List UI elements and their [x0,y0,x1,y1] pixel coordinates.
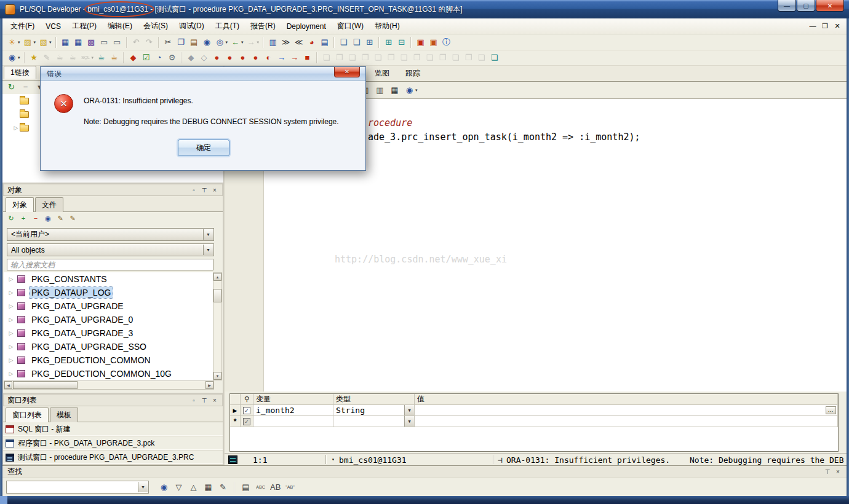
halt-button[interactable]: ■ [301,51,314,65]
menu-item[interactable]: 调试(D) [173,18,210,34]
maximize-button[interactable]: ▢ [797,0,815,12]
pin-icon[interactable]: ⊤ [201,187,208,194]
tree-item[interactable]: ▷ PKG_DATA_UPGRADE_3 [4,326,214,340]
win10-button[interactable]: ❐ [436,51,449,65]
open-button[interactable]: ▨ ▾ [22,36,38,49]
scroll-left-button[interactable]: ◀ [4,381,12,389]
profile-button[interactable]: ◔ [153,51,165,65]
tree-item[interactable]: ▷ PKG_CONSTANTS [4,272,214,286]
whole-word-button[interactable]: ABC [254,481,267,494]
menu-item[interactable]: 会话(S) [138,18,173,34]
tree-item[interactable]: ▷ PKG_DATA_UPGRADE_0 [4,313,214,326]
tile-button[interactable]: ⊞ [382,36,395,49]
save-all-button[interactable]: ▩ [85,36,98,49]
close-icon[interactable]: × [211,397,218,404]
collapse-button[interactable]: − [19,81,32,94]
back-button[interactable]: ← ▾ [229,36,245,49]
execute-button[interactable]: ☕ [95,51,108,65]
tree-item[interactable]: ▷ PKG_DATA_UPGRADE [4,299,214,313]
filter-user-button[interactable]: ✎ [67,211,78,225]
menu-item[interactable]: 编辑(E) [102,18,138,34]
undo-button[interactable]: ↶ [130,36,143,49]
menu-item[interactable]: VCS [40,20,66,33]
zoom-button[interactable]: ◉ ▾ [6,51,22,65]
window-list-item[interactable]: SQL 窗口 - 新建 [3,422,223,436]
menu-item[interactable]: 窗口(W) [332,18,369,34]
doc-button[interactable]: ▤ [318,36,331,49]
chevron-down-icon[interactable]: ▾ [332,457,335,462]
vertical-scrollbar[interactable]: ▲ ▼ [213,272,222,380]
ok-button[interactable]: 确定 [178,140,229,156]
expand-arrow-icon[interactable]: ▷ [12,125,20,131]
menu-item[interactable]: 工具(T) [210,18,245,34]
debug-run-button[interactable]: ● [210,51,223,65]
window-list-item[interactable]: 测试窗口 - procedure PKG_DATA_UPGRADE_3.PRC [3,451,223,465]
win12-button[interactable]: ❐ [462,51,475,65]
mark-all-button[interactable]: ▦ [202,481,215,494]
describe-button[interactable]: ▥ [266,36,279,49]
tree-item[interactable]: ▷ PKG_DATA_UPGRADE_SSO [4,340,214,353]
cascade-button[interactable]: ⊟ [395,36,408,49]
variable-type-cell[interactable]: ▼ [333,416,415,427]
menu-item[interactable]: 帮助(H) [369,18,405,34]
find-prev-button[interactable]: ▽ [172,481,185,494]
output-button[interactable]: ❏ [488,51,501,65]
print-setup-button[interactable]: ▭ [111,36,124,49]
chevron-down-icon[interactable]: ▼ [203,245,213,255]
unindent-button[interactable]: ≪ [292,36,305,49]
minimize-button[interactable]: — [778,0,796,12]
save-button[interactable]: ▦ [59,36,72,49]
object-search-input[interactable] [7,259,213,270]
find-button[interactable]: ◉ [201,36,213,49]
tab-files[interactable]: 文件 [35,197,63,212]
win4-button[interactable]: ❐ [359,51,372,65]
edit-button[interactable]: ✎ [41,51,54,65]
win3-button[interactable]: ❏ [346,51,359,65]
win8-button[interactable]: ❐ [410,51,423,65]
window-new-button[interactable]: ❏ [337,36,350,49]
win2-button[interactable]: ❐ [333,51,346,65]
session2-button[interactable]: ☕ [66,51,79,65]
case-button[interactable]: AB [269,481,282,494]
run-cursor-button[interactable]: ◐ [262,51,275,65]
type-dropdown-button[interactable]: ▼ [404,416,414,427]
tab-objects[interactable]: 对象 [6,197,34,212]
tab-window-list[interactable]: 窗口列表 [6,408,49,422]
print-button[interactable]: ▭ [98,36,111,49]
find-object-button[interactable]: ◉ [42,211,54,225]
redo-button[interactable]: ↷ [143,36,156,49]
macro-button[interactable]: ◕ [305,36,318,49]
expand-arrow-icon[interactable]: ▷ [7,344,15,350]
tree-item[interactable]: ▷ PKG_DATAUP_LOG [4,286,214,299]
fetch-button[interactable]: ☕ [108,51,121,65]
indent-button[interactable]: ≫ [279,36,292,49]
break-button[interactable]: ▣ [427,36,440,49]
session-button[interactable]: ☕ [54,51,66,65]
object-filter-dropdown[interactable]: All objects ▼ [7,243,214,256]
in-file-button[interactable]: ▤ [239,481,252,494]
menu-item[interactable]: 工程(P) [66,18,102,34]
win5-button[interactable]: ❏ [372,51,385,65]
breakpoint-button[interactable]: ◆ [185,51,197,65]
copy-button[interactable]: ❐ [175,36,188,49]
refresh-button[interactable]: ↻ [6,211,17,225]
menu-item[interactable]: 报告(R) [245,18,281,34]
type-dropdown-button[interactable]: ▼ [404,405,414,415]
sql-button[interactable]: SQL ▾ [79,51,95,65]
window-stack-button[interactable]: ⊞ [363,36,376,49]
expand-arrow-icon[interactable]: ▷ [7,276,15,282]
mdi-close-button[interactable]: ✕ [832,22,842,30]
filter-button[interactable]: ✎ [55,211,66,225]
save-as-button[interactable]: ▦ [72,36,85,49]
start-debug-button[interactable]: → [275,51,288,65]
window-list-item[interactable]: 程序窗口 - PKG_DATA_UPGRADE_3.pck [3,436,223,451]
status-connection[interactable]: bmi_cs01@11G31 [339,455,407,465]
variable-name-cell[interactable] [253,416,333,427]
close-icon[interactable]: × [834,468,842,475]
value-browse-button[interactable]: … [826,406,836,414]
pin-icon[interactable]: ⊤ [201,397,208,404]
tab-connections[interactable]: 1链接 [4,66,36,79]
pin-icon[interactable]: ⊤ [824,468,831,475]
scrollbar-thumb[interactable] [213,289,221,302]
paste-button[interactable]: ▤ [188,36,201,49]
